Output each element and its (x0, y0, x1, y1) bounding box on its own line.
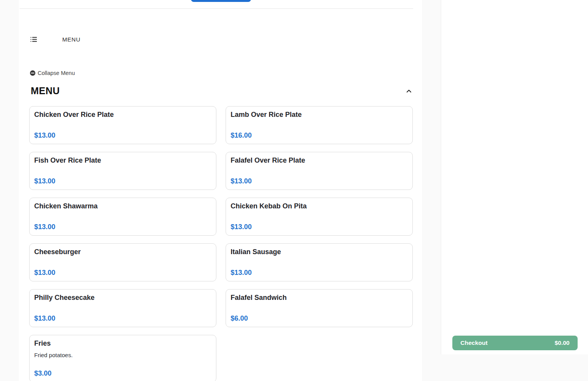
top-divider (20, 8, 413, 9)
menu-item-card[interactable]: Philly Cheesecake$13.00 (29, 289, 216, 327)
menu-item-price: $3.00 (34, 369, 211, 378)
collapse-menu-button[interactable]: Collapse Menu (30, 70, 75, 76)
nav-menu-row: MENU (30, 35, 80, 43)
checkout-label: Checkout (460, 339, 488, 346)
menu-item-name: Fries (34, 339, 211, 348)
menu-item-name: Lamb Over Rice Plate (231, 110, 408, 119)
chevron-up-icon[interactable] (405, 87, 413, 95)
menu-item-card[interactable]: Chicken Over Rice Plate$13.00 (29, 106, 216, 144)
menu-item-name: Italian Sausage (231, 248, 408, 256)
top-action-button[interactable] (191, 0, 251, 2)
cart-total: $0.00 (555, 339, 570, 346)
menu-item-name: Falafel Sandwich (231, 293, 408, 302)
menu-item-card[interactable]: Lamb Over Rice Plate$16.00 (226, 106, 413, 144)
menu-item-price: $6.00 (231, 314, 408, 323)
menu-item-card[interactable]: Falafel Sandwich$6.00 (226, 289, 413, 327)
menu-item-card[interactable]: Falafel Over Rice Plate$13.00 (226, 152, 413, 190)
menu-item-price: $13.00 (231, 223, 408, 231)
checkout-button[interactable]: Checkout $0.00 (452, 336, 578, 350)
minus-circle-icon (30, 70, 35, 76)
menu-item-card[interactable]: Cheeseburger$13.00 (29, 243, 216, 281)
menu-item-card[interactable]: Fish Over Rice Plate$13.00 (29, 152, 216, 190)
menu-section-title: MENU (31, 85, 60, 96)
menu-item-price: $13.00 (34, 131, 211, 140)
menu-item-card[interactable]: FriesFried potatoes.$3.00 (29, 335, 216, 381)
collapse-menu-label: Collapse Menu (38, 70, 75, 76)
menu-item-price: $13.00 (34, 177, 211, 185)
menu-item-price: $13.00 (34, 314, 211, 323)
menu-item-price: $13.00 (34, 223, 211, 231)
page: MENU Collapse Menu MENU Chicken Over Ric… (0, 0, 588, 381)
menu-item-name: Cheeseburger (34, 248, 211, 256)
menu-item-price: $13.00 (34, 269, 211, 277)
menu-item-name: Philly Cheesecake (34, 293, 211, 302)
menu-item-description: Fried potatoes. (34, 351, 211, 359)
menu-item-price: $13.00 (231, 177, 408, 185)
menu-item-card[interactable]: Chicken Shawarma$13.00 (29, 198, 216, 236)
list-icon[interactable] (30, 36, 37, 43)
menu-item-card[interactable]: Chicken Kebab On Pita$13.00 (226, 198, 413, 236)
menu-item-name: Chicken Shawarma (34, 202, 211, 211)
menu-item-price: $13.00 (231, 269, 408, 277)
menu-item-name: Falafel Over Rice Plate (231, 156, 408, 165)
menu-items-grid: Chicken Over Rice Plate$13.00Lamb Over R… (29, 106, 413, 381)
cart-panel: Checkout $0.00 (441, 0, 588, 354)
menu-item-name: Fish Over Rice Plate (34, 156, 211, 165)
menu-item-price: $16.00 (231, 131, 408, 140)
menu-item-name: Chicken Over Rice Plate (34, 110, 211, 119)
menu-item-card[interactable]: Italian Sausage$13.00 (226, 243, 413, 281)
menu-item-name: Chicken Kebab On Pita (231, 202, 408, 211)
nav-menu-label[interactable]: MENU (62, 36, 80, 43)
menu-section-header[interactable]: MENU (31, 85, 413, 96)
